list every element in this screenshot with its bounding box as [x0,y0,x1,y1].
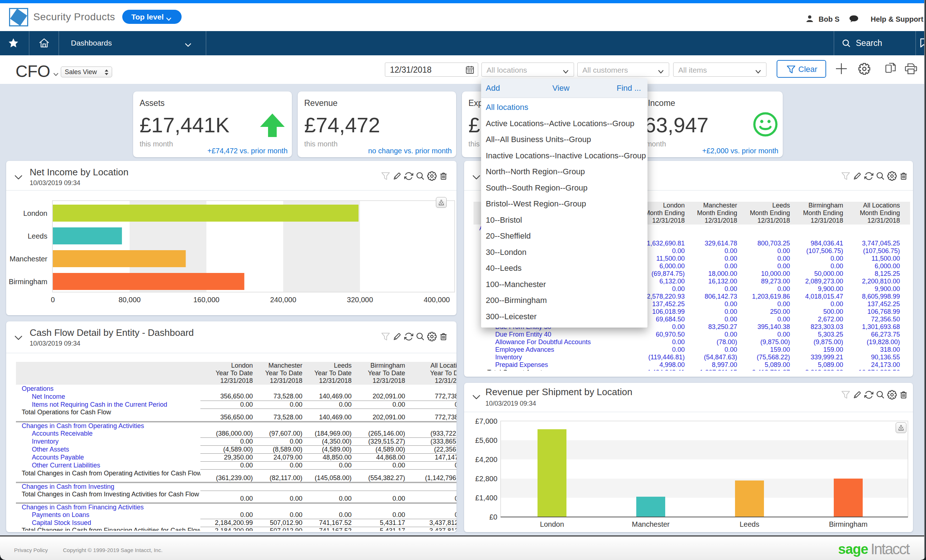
svg-text:Manchester: Manchester [10,255,48,263]
svg-text:Birmingham: Birmingham [829,520,868,528]
svg-text:Leeds: Leeds [740,520,760,528]
svg-text:£7,000: £7,000 [475,417,497,425]
svg-text:320,000: 320,000 [347,296,373,304]
svg-text:Leeds: Leeds [28,232,48,240]
svg-text:London: London [540,520,564,528]
svg-text:£2,800: £2,800 [475,475,497,483]
svg-text:£4,200: £4,200 [475,456,497,463]
svg-text:Manchester: Manchester [632,520,670,528]
svg-text:Birmingham: Birmingham [9,278,47,285]
svg-text:80,000: 80,000 [119,296,141,304]
svg-text:0: 0 [51,296,54,304]
svg-text:240,000: 240,000 [270,296,296,304]
svg-text:400,000: 400,000 [424,296,449,304]
svg-text:£0: £0 [489,513,497,521]
svg-text:160,000: 160,000 [193,296,219,304]
svg-text:£5,600: £5,600 [475,436,497,444]
svg-text:£1,400: £1,400 [475,494,497,502]
svg-text:London: London [23,209,47,217]
